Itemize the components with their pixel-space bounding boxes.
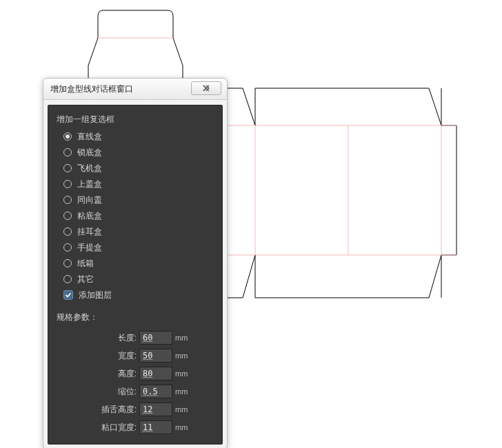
box-type-label: 上盖盒	[77, 179, 102, 190]
spec-label: 缩位:	[118, 386, 137, 398]
box-type-option[interactable]: 上盖盒	[63, 177, 214, 191]
dialog-body: 增加一组复选框 直线盒锁底盒飞机盒上盖盒同向盖粘底盒挂耳盒手提盒纸箱其它 添加图…	[48, 105, 223, 445]
box-type-option[interactable]: 其它	[63, 272, 214, 286]
box-type-label: 飞机盒	[77, 163, 102, 174]
box-type-label: 纸箱	[77, 258, 94, 269]
close-icon	[201, 85, 211, 92]
spec-input[interactable]: 50	[139, 349, 172, 363]
spec-row: 缩位:0.5mm	[57, 383, 214, 400]
box-type-label: 挂耳盒	[77, 226, 102, 238]
spec-input[interactable]: 11	[139, 420, 172, 434]
spec-section-label: 规格参数：	[57, 312, 214, 323]
radio-icon	[63, 164, 72, 172]
spec-label: 高度:	[118, 368, 137, 380]
dialog-title: 增加盒型线对话框窗口	[50, 79, 133, 99]
spec-label: 插舌高度:	[101, 404, 137, 416]
box-type-label: 粘底盒	[77, 210, 102, 222]
radio-icon	[63, 196, 72, 204]
spec-row: 高度:80mm	[57, 365, 214, 383]
add-box-dialog: 增加盒型线对话框窗口 增加一组复选框 直线盒锁底盒飞机盒上盖盒同向盖粘底盒挂耳盒…	[43, 78, 228, 448]
spec-row: 宽度:50mm	[57, 347, 214, 365]
spec-row: 长度:60mm	[57, 329, 214, 347]
radio-icon	[63, 259, 72, 267]
box-type-option[interactable]: 纸箱	[63, 256, 214, 270]
spec-row: 粘口宽度:11mm	[57, 418, 214, 436]
radio-icon	[63, 148, 72, 156]
box-type-label: 其它	[77, 274, 94, 285]
radio-icon	[63, 212, 72, 220]
box-type-label: 直线盒	[77, 131, 102, 143]
radio-icon	[63, 180, 72, 188]
box-type-option[interactable]: 挂耳盒	[63, 225, 214, 238]
spec-unit: mm	[175, 352, 188, 360]
spec-unit: mm	[175, 405, 188, 414]
radio-icon	[63, 132, 72, 141]
spec-label: 宽度:	[118, 350, 137, 362]
spec-unit: mm	[175, 334, 188, 342]
box-type-option[interactable]: 直线盒	[63, 130, 214, 143]
spec-unit: mm	[175, 369, 188, 378]
spec-input[interactable]: 80	[139, 367, 172, 380]
spec-input[interactable]: 60	[139, 331, 172, 345]
dialog-titlebar[interactable]: 增加盒型线对话框窗口	[43, 79, 227, 100]
box-type-option[interactable]: 飞机盒	[63, 161, 214, 175]
radio-icon	[63, 243, 72, 252]
spec-unit: mm	[175, 423, 188, 431]
box-type-option[interactable]: 粘底盒	[63, 209, 214, 223]
add-layer-label: 添加图层	[79, 289, 112, 301]
radio-icon	[63, 275, 72, 283]
box-type-option[interactable]: 锁底盒	[63, 145, 214, 159]
radio-icon	[63, 227, 72, 236]
add-layer-checkbox-row[interactable]: 添加图层	[63, 288, 214, 302]
box-type-label: 同向盖	[77, 194, 102, 206]
spec-row: 插舌高度:12mm	[57, 400, 214, 418]
box-type-option[interactable]: 同向盖	[63, 193, 214, 207]
options-group-label: 增加一组复选框	[57, 114, 214, 125]
box-type-label: 手提盒	[77, 242, 102, 254]
box-type-option[interactable]: 手提盒	[63, 241, 214, 254]
box-type-label: 锁底盒	[77, 147, 102, 159]
spec-label: 长度:	[118, 332, 137, 344]
spec-label: 粘口宽度:	[101, 422, 137, 434]
close-button[interactable]	[191, 81, 221, 95]
add-layer-checkbox[interactable]	[63, 290, 73, 300]
spec-input[interactable]: 0.5	[139, 385, 172, 398]
spec-input[interactable]: 12	[139, 403, 172, 416]
check-icon	[65, 292, 72, 298]
spec-unit: mm	[175, 387, 188, 396]
